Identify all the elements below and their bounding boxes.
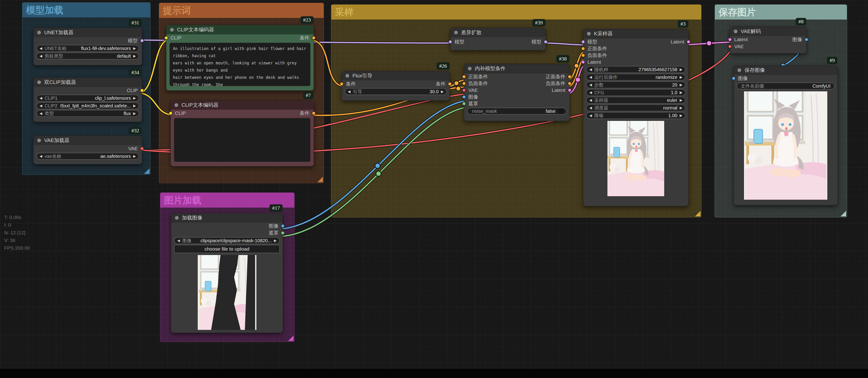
decrement-arrow-icon[interactable]: ◀ [39, 96, 42, 100]
collapse-dot-icon[interactable] [468, 67, 472, 70]
collapse-dot-icon[interactable] [454, 31, 458, 34]
node-save-image[interactable]: #9 保存图像 图像 文件名前缀 ComfyUI [734, 65, 838, 205]
input-port-negative[interactable] [581, 53, 585, 57]
node-clip-text-encode-negative[interactable]: #7 CLIP文本编码器 CLIP 条件 [170, 100, 314, 167]
increment-arrow-icon[interactable]: ▶ [680, 98, 682, 102]
widget-seed[interactable]: ◀ 随机种 279653546627158 ▶ [586, 66, 686, 73]
node-title-bar[interactable]: UNET加载器 [33, 28, 142, 37]
input-port-vae[interactable] [728, 45, 732, 48]
upload-button[interactable]: choose file to upload [174, 245, 280, 253]
decrement-arrow-icon[interactable]: ◀ [589, 83, 592, 87]
decrement-arrow-icon[interactable]: ◀ [39, 46, 42, 50]
decrement-arrow-icon[interactable]: ◀ [589, 106, 592, 110]
node-clip-text-encode-positive[interactable]: #23 CLIP文本编码器 CLIP 条件 An illustration of… [166, 25, 314, 91]
increment-arrow-icon[interactable]: ▶ [133, 104, 136, 108]
output-port-clip[interactable] [140, 89, 144, 93]
decrement-arrow-icon[interactable]: ◀ [589, 91, 592, 95]
decrement-arrow-icon[interactable]: ◀ [589, 75, 592, 79]
collapse-dot-icon[interactable] [734, 30, 738, 33]
input-port-clip[interactable] [164, 36, 168, 40]
node-title-bar[interactable]: K采样器 [583, 29, 688, 38]
widget-clip2[interactable]: ◀ CLIP2 t5xxl_fp8_e4m3fn_scaled.safete..… [36, 102, 139, 109]
output-port-conditioning[interactable] [312, 111, 316, 115]
decrement-arrow-icon[interactable]: ◀ [39, 154, 42, 158]
increment-arrow-icon[interactable]: ▶ [133, 154, 136, 158]
widget-denoise[interactable]: ◀ 降噪 1.00 ▶ [586, 112, 686, 119]
output-port-image[interactable] [281, 224, 285, 228]
collapse-dot-icon[interactable] [587, 32, 591, 36]
decrement-arrow-icon[interactable]: ◀ [39, 104, 42, 108]
node-differential-diffusion[interactable]: #39 差异扩散 模型 模型 [450, 28, 546, 50]
node-title-bar[interactable]: 双CLIP加载器 [33, 78, 142, 87]
increment-arrow-icon[interactable]: ▶ [680, 75, 682, 79]
output-port-latent[interactable] [686, 40, 690, 44]
decrement-arrow-icon[interactable]: ◀ [177, 239, 180, 243]
input-port-mask[interactable] [462, 102, 466, 106]
input-port-positive[interactable] [581, 46, 585, 50]
widget-noise-mask-toggle[interactable]: noise_mask false [467, 108, 567, 114]
increment-arrow-icon[interactable]: ▶ [680, 91, 682, 95]
increment-arrow-icon[interactable]: ▶ [680, 83, 682, 87]
widget-unet-name[interactable]: ◀ UNET名称 flux1-fill-dev.safetensors ▶ [36, 45, 139, 52]
node-title-bar[interactable]: 内补模型条件 [464, 64, 569, 73]
output-port-conditioning[interactable] [312, 36, 316, 40]
output-port-model[interactable] [544, 40, 548, 44]
node-load-image[interactable]: #17 加载图像 图像 遮罩 ◀ 图像 clipspace/clipspace-… [171, 213, 283, 333]
output-port-mask[interactable] [281, 231, 285, 235]
node-title-bar[interactable]: 差异扩散 [451, 28, 546, 37]
widget-clip1[interactable]: ◀ CLIP1 clip_l.safetensors ▶ [36, 95, 139, 102]
input-port-model[interactable] [448, 40, 452, 44]
widget-filename-prefix[interactable]: 文件名前缀 ComfyUI [737, 82, 835, 90]
increment-arrow-icon[interactable]: ▶ [680, 106, 682, 110]
node-title-bar[interactable]: 加载图像 [171, 213, 283, 222]
widget-sampler-name[interactable]: ◀ 采样器 euler ▶ [586, 97, 686, 104]
decrement-arrow-icon[interactable]: ◀ [348, 90, 350, 94]
output-port-model[interactable] [140, 39, 144, 43]
widget-weight-dtype[interactable]: ◀ 剪枝类型 default ▶ [36, 53, 139, 60]
node-title-bar[interactable]: CLIP文本编码器 [171, 100, 314, 110]
collapse-dot-icon[interactable] [170, 28, 174, 32]
input-port-model[interactable] [581, 40, 585, 44]
output-port-latent[interactable] [568, 88, 571, 92]
input-port-latent[interactable] [728, 38, 732, 42]
widget-image-file[interactable]: ◀ 图像 clipspace/clipspace-mask-10820... ▶ [174, 237, 280, 244]
node-unet-loader[interactable]: #31 UNET加载器 模型 ◀ UNET名称 flux1-fill-dev.s… [33, 28, 142, 65]
node-title-bar[interactable]: CLIP文本编码器 [166, 25, 314, 34]
prompt-textarea[interactable]: An illustration of a girl with pink hair… [169, 43, 310, 86]
decrement-arrow-icon[interactable]: ◀ [589, 98, 592, 102]
prompt-textarea[interactable] [174, 118, 310, 162]
collapse-dot-icon[interactable] [175, 216, 179, 220]
output-port-image[interactable] [805, 38, 808, 42]
decrement-arrow-icon[interactable]: ◀ [589, 113, 592, 117]
input-port-vae[interactable] [462, 88, 466, 92]
output-port-conditioning[interactable] [448, 82, 452, 86]
collapse-dot-icon[interactable] [37, 80, 41, 84]
input-port-image[interactable] [732, 76, 736, 80]
input-port-image[interactable] [462, 95, 466, 99]
collapse-dot-icon[interactable] [345, 74, 349, 78]
widget-type[interactable]: ◀ 类型 flux ▶ [36, 110, 139, 117]
node-vae-decode[interactable]: #8 VAE解码 Latent 图像 VAE [730, 27, 807, 54]
widget-scheduler[interactable]: ◀ 调度器 normal ▶ [586, 104, 686, 111]
input-port-positive[interactable] [462, 75, 466, 78]
increment-arrow-icon[interactable]: ▶ [274, 239, 277, 243]
increment-arrow-icon[interactable]: ▶ [133, 54, 136, 58]
widget-guidance[interactable]: ◀ 引导 30.0 ▶ [345, 88, 447, 95]
increment-arrow-icon[interactable]: ▶ [133, 111, 136, 115]
input-port-clip[interactable] [169, 111, 173, 115]
node-title-bar[interactable]: VAE解码 [730, 27, 806, 36]
node-dual-clip-loader[interactable]: #34 双CLIP加载器 CLIP ◀ CLIP1 clip_l.safeten… [33, 77, 142, 122]
output-port-vae[interactable] [140, 147, 144, 151]
comfyui-canvas[interactable]: 模型加载 提示词 采样 图片加载 保存图片 [0, 0, 868, 378]
output-port-positive[interactable] [568, 75, 571, 78]
toggle-knob-icon[interactable] [558, 108, 563, 114]
widget-control-after-generate[interactable]: ◀ 运行后操作 randomize ▶ [586, 74, 686, 81]
node-title-bar[interactable]: Flux引导 [342, 71, 450, 80]
widget-cfg[interactable]: ◀ CFG 1.0 ▶ [586, 89, 686, 96]
node-inpaint-model-conditioning[interactable]: #38 内补模型条件 正面条件 正面条件 负面条件 负面条件 VAE Laten… [464, 64, 570, 121]
widget-vae-name[interactable]: ◀ vae名称 ae.safetensors ▶ [36, 153, 139, 160]
node-title-bar[interactable]: 保存图像 [734, 66, 838, 75]
input-port-latent[interactable] [581, 60, 585, 64]
collapse-dot-icon[interactable] [175, 103, 178, 107]
output-port-negative[interactable] [568, 81, 571, 85]
